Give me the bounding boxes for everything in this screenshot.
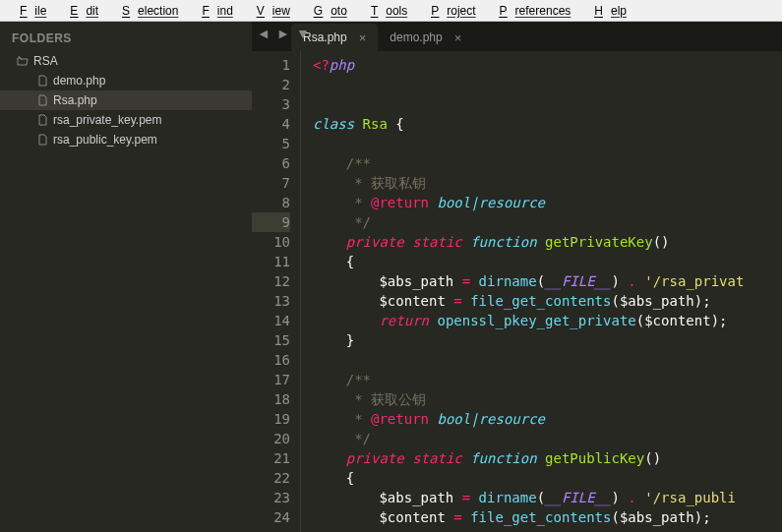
code-line[interactable]: $abs_path = dirname(__FILE__) . '/rsa_pr… xyxy=(313,271,782,291)
sidebar-title: FOLDERS xyxy=(0,22,252,51)
code-line[interactable]: } xyxy=(313,330,782,350)
line-number: 2 xyxy=(252,75,290,94)
close-icon[interactable]: × xyxy=(454,30,462,45)
code-line[interactable]: */ xyxy=(313,212,782,232)
code-content[interactable]: <?phpclass Rsa { /** * 获取私钥 * @return bo… xyxy=(301,51,782,532)
main-container: FOLDERS RSA demo.phpRsa.phprsa_private_k… xyxy=(0,22,782,532)
code-line[interactable]: $content = file_get_contents($abs_path); xyxy=(313,291,782,311)
line-number: 4 xyxy=(252,114,290,134)
folder-root[interactable]: RSA xyxy=(0,51,252,71)
code-line[interactable]: private static function getPublicKey() xyxy=(313,448,782,468)
line-number: 9 xyxy=(252,212,290,232)
sidebar: FOLDERS RSA demo.phpRsa.phprsa_private_k… xyxy=(0,22,252,532)
file-icon xyxy=(35,93,49,107)
tab-demo-php[interactable]: demo.php× xyxy=(378,24,473,51)
menu-edit[interactable]: Edit xyxy=(54,2,106,20)
line-number: 21 xyxy=(252,448,290,468)
line-number: 7 xyxy=(252,173,290,193)
menu-view[interactable]: View xyxy=(241,2,298,20)
file-icon xyxy=(35,113,49,127)
code-line[interactable]: * @return bool|resource xyxy=(313,193,782,212)
code-line[interactable]: { xyxy=(313,252,782,271)
file-label: Rsa.php xyxy=(53,93,97,107)
code-line[interactable]: /** xyxy=(313,153,782,173)
menu-find[interactable]: Find xyxy=(186,2,240,20)
menu-selection[interactable]: Selection xyxy=(106,2,186,20)
code-line[interactable] xyxy=(313,350,782,370)
nav-dropdown-icon[interactable]: ▼ xyxy=(295,26,311,41)
code-line[interactable]: class Rsa { xyxy=(313,114,782,134)
menu-goto[interactable]: Goto xyxy=(298,2,355,20)
file-label: rsa_public_key.pem xyxy=(53,133,157,147)
menu-help[interactable]: Help xyxy=(578,2,634,20)
code-line[interactable]: * 获取私钥 xyxy=(313,173,782,193)
file-label: rsa_private_key.pem xyxy=(53,113,162,127)
line-number: 10 xyxy=(252,232,290,252)
code-line[interactable]: { xyxy=(313,468,782,488)
line-number: 16 xyxy=(252,350,290,370)
code-line[interactable]: /** xyxy=(313,370,782,389)
line-number: 19 xyxy=(252,409,290,429)
code-line[interactable] xyxy=(313,134,782,153)
menu-preferences[interactable]: Preferences xyxy=(484,2,579,20)
close-icon[interactable]: × xyxy=(359,30,367,45)
line-number: 17 xyxy=(252,370,290,389)
menu-project[interactable]: Project xyxy=(415,2,483,20)
code-line[interactable] xyxy=(313,94,782,114)
line-number: 18 xyxy=(252,389,290,409)
menubar: FileEditSelectionFindViewGotoToolsProjec… xyxy=(0,0,782,22)
line-number: 23 xyxy=(252,488,290,507)
line-gutter: 123456789101112131415161718192021222324 xyxy=(252,51,301,532)
line-number: 5 xyxy=(252,134,290,153)
code-editor[interactable]: 123456789101112131415161718192021222324 … xyxy=(252,51,782,532)
file-item[interactable]: demo.php xyxy=(0,71,252,90)
file-item[interactable]: rsa_private_key.pem xyxy=(0,110,252,130)
file-icon xyxy=(35,74,49,88)
menu-tools[interactable]: Tools xyxy=(355,2,415,20)
line-number: 20 xyxy=(252,429,290,448)
file-label: demo.php xyxy=(53,74,105,88)
code-line[interactable]: * @return bool|resource xyxy=(313,409,782,429)
folder-open-icon xyxy=(16,54,30,68)
code-line[interactable]: private static function getPrivateKey() xyxy=(313,232,782,252)
line-number: 1 xyxy=(252,55,290,75)
editor-area: ◄ ► ▼ Rsa.php×demo.php× 1234567891011121… xyxy=(252,22,782,532)
nav-back-icon[interactable]: ◄ xyxy=(256,26,271,41)
tab-bar: ◄ ► ▼ Rsa.php×demo.php× xyxy=(252,22,782,51)
nav-forward-icon[interactable]: ► xyxy=(275,26,291,41)
line-number: 11 xyxy=(252,252,290,271)
file-icon xyxy=(35,133,49,147)
line-number: 12 xyxy=(252,271,290,291)
code-line[interactable] xyxy=(313,75,782,94)
line-number: 13 xyxy=(252,291,290,311)
line-number: 15 xyxy=(252,330,290,350)
line-number: 24 xyxy=(252,507,290,527)
tab-label: demo.php xyxy=(390,30,442,44)
line-number: 6 xyxy=(252,153,290,173)
code-line[interactable]: $content = file_get_contents($abs_path); xyxy=(313,507,782,527)
code-line[interactable]: $abs_path = dirname(__FILE__) . '/rsa_pu… xyxy=(313,488,782,507)
code-line[interactable]: * 获取公钥 xyxy=(313,389,782,409)
file-item[interactable]: rsa_public_key.pem xyxy=(0,130,252,149)
line-number: 22 xyxy=(252,468,290,488)
nav-arrows: ◄ ► ▼ xyxy=(256,26,311,41)
file-item[interactable]: Rsa.php xyxy=(0,90,252,110)
line-number: 3 xyxy=(252,94,290,114)
code-line[interactable]: return openssl_pkey_get_private($content… xyxy=(313,311,782,330)
folder-label: RSA xyxy=(33,54,58,68)
code-line[interactable]: <?php xyxy=(313,55,782,75)
code-line[interactable]: */ xyxy=(313,429,782,448)
menu-file[interactable]: File xyxy=(4,2,54,20)
line-number: 14 xyxy=(252,311,290,330)
line-number: 8 xyxy=(252,193,290,212)
